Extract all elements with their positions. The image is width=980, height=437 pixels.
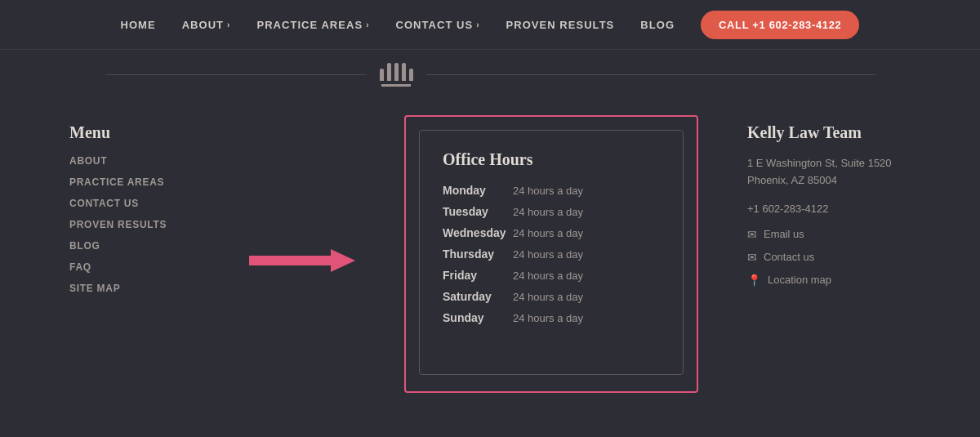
contact-us-label: Contact us: [764, 251, 814, 263]
hours-time-thursday: 24 hours a day: [513, 248, 583, 261]
main-content: Menu ABOUT PRACTICE AREAS CONTACT US PRO…: [0, 99, 980, 437]
hours-day-thursday: Thursday: [443, 247, 508, 261]
address-text: 1 E Washington St, Suite 1520 Phoenix, A…: [747, 155, 911, 190]
hours-time-wednesday: 24 hours a day: [513, 227, 583, 239]
hours-row-tuesday: Tuesday 24 hours a day: [443, 205, 660, 218]
address-line1: 1 E Washington St, Suite 1520: [747, 157, 892, 169]
nav-practice-areas[interactable]: PRACTICE AREAS ›: [256, 19, 369, 31]
hours-row-monday: Monday 24 hours a day: [443, 184, 660, 197]
col-bar-1: [380, 69, 384, 81]
hours-row-thursday: Thursday 24 hours a day: [443, 247, 660, 261]
address-line2: Phoenix, AZ 85004: [747, 174, 837, 186]
arrow-container: [249, 99, 355, 275]
menu-item-about[interactable]: ABOUT: [69, 155, 200, 167]
menu-item-site-map[interactable]: SITE MAP: [69, 283, 200, 294]
about-chevron: ›: [227, 20, 230, 29]
hours-day-friday: Friday: [443, 269, 508, 282]
menu-item-faq[interactable]: FAQ: [69, 261, 200, 273]
contact-us-link[interactable]: ✉ Contact us: [747, 251, 911, 264]
email-us-label: Email us: [764, 228, 804, 240]
menu-item-blog[interactable]: BLOG: [69, 240, 200, 252]
phone-text[interactable]: +1 602-283-4122: [747, 203, 911, 215]
call-button[interactable]: CALL +1 602-283-4122: [701, 11, 859, 39]
left-menu: Menu ABOUT PRACTICE AREAS CONTACT US PRO…: [69, 99, 200, 304]
contact-icon: ✉: [747, 251, 757, 264]
nav-contact-us[interactable]: CONTACT US ›: [396, 19, 480, 31]
center-section: Office Hours Monday 24 hours a day Tuesd…: [404, 99, 698, 393]
right-section: Kelly Law Team 1 E Washington St, Suite …: [747, 99, 911, 297]
columns-icon: [380, 63, 413, 87]
col-base: [381, 84, 411, 87]
hours-day-sunday: Sunday: [443, 311, 508, 324]
main-nav: HOME ABOUT › PRACTICE AREAS › CONTACT US…: [0, 0, 980, 50]
location-map-label: Location map: [768, 274, 831, 286]
hours-day-wednesday: Wednesday: [443, 226, 508, 239]
divider-section: [0, 50, 980, 99]
nav-about[interactable]: ABOUT ›: [182, 19, 231, 31]
divider-right: [426, 74, 875, 75]
col-bar-5: [409, 69, 413, 81]
hours-time-sunday: 24 hours a day: [513, 312, 583, 324]
menu-item-practice-areas[interactable]: PRACTICE AREAS: [69, 176, 200, 188]
location-map-link[interactable]: 📍 Location map: [747, 274, 911, 287]
email-icon: ✉: [747, 228, 757, 241]
hours-time-tuesday: 24 hours a day: [513, 206, 583, 218]
menu-title: Menu: [69, 123, 200, 142]
hours-row-sunday: Sunday 24 hours a day: [443, 311, 660, 324]
arrow-icon: [249, 246, 355, 275]
kelly-title: Kelly Law Team: [747, 123, 911, 142]
divider-left: [105, 74, 367, 75]
menu-item-proven-results[interactable]: PROVEN RESULTS: [69, 219, 200, 230]
nav-proven-results[interactable]: PROVEN RESULTS: [506, 19, 615, 31]
hours-day-monday: Monday: [443, 184, 508, 197]
office-hours-title: Office Hours: [443, 150, 660, 169]
hours-time-monday: 24 hours a day: [513, 185, 583, 197]
practice-chevron: ›: [366, 20, 369, 29]
hours-time-saturday: 24 hours a day: [513, 291, 583, 303]
location-icon: 📍: [747, 274, 761, 287]
hours-row-saturday: Saturday 24 hours a day: [443, 290, 660, 303]
hours-time-friday: 24 hours a day: [513, 270, 583, 282]
col-bar-4: [402, 63, 406, 81]
outer-card: Office Hours Monday 24 hours a day Tuesd…: [404, 115, 698, 393]
contact-chevron: ›: [476, 20, 479, 29]
hours-row-friday: Friday 24 hours a day: [443, 269, 660, 282]
hours-day-saturday: Saturday: [443, 290, 508, 303]
col-bar-2: [387, 63, 391, 81]
nav-home[interactable]: HOME: [121, 19, 156, 31]
col-bar-3: [394, 63, 399, 81]
inner-card: Office Hours Monday 24 hours a day Tuesd…: [419, 130, 684, 375]
hours-day-tuesday: Tuesday: [443, 205, 508, 218]
nav-blog[interactable]: BLOG: [640, 19, 675, 31]
hours-row-wednesday: Wednesday 24 hours a day: [443, 226, 660, 239]
menu-item-contact-us[interactable]: CONTACT US: [69, 198, 200, 209]
svg-marker-0: [249, 249, 355, 272]
email-us-link[interactable]: ✉ Email us: [747, 228, 911, 241]
